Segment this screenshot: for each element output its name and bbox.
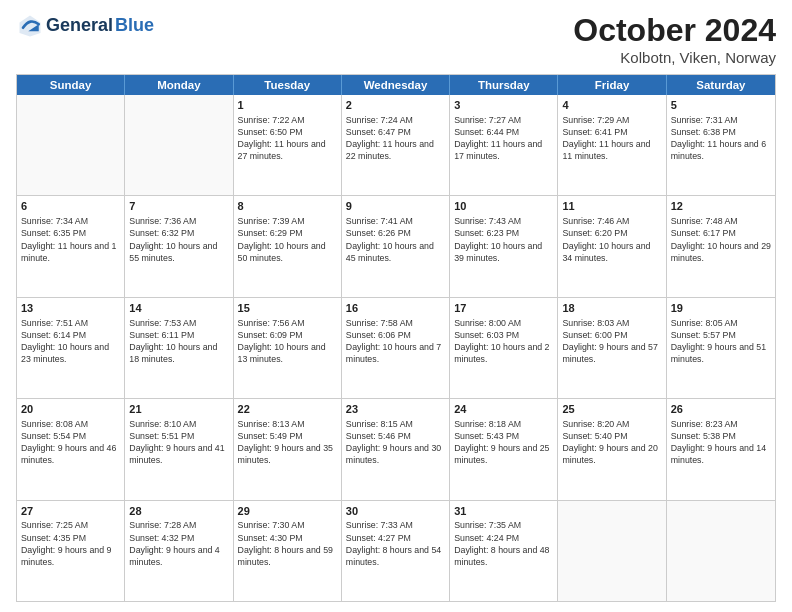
day-info-2: Sunrise: 7:24 AM Sunset: 6:47 PM Dayligh… <box>346 114 445 163</box>
day-info-31: Sunrise: 7:35 AM Sunset: 4:24 PM Dayligh… <box>454 519 553 568</box>
day-info-18: Sunrise: 8:03 AM Sunset: 6:00 PM Dayligh… <box>562 317 661 366</box>
day-number-14: 14 <box>129 301 228 316</box>
day-info-6: Sunrise: 7:34 AM Sunset: 6:35 PM Dayligh… <box>21 215 120 264</box>
weekday-header-thursday: Thursday <box>450 75 558 95</box>
day-number-31: 31 <box>454 504 553 519</box>
calendar-day-24: 24Sunrise: 8:18 AM Sunset: 5:43 PM Dayli… <box>450 399 558 499</box>
day-number-18: 18 <box>562 301 661 316</box>
calendar-day-12: 12Sunrise: 7:48 AM Sunset: 6:17 PM Dayli… <box>667 196 775 296</box>
calendar-day-27: 27Sunrise: 7:25 AM Sunset: 4:35 PM Dayli… <box>17 501 125 601</box>
day-info-8: Sunrise: 7:39 AM Sunset: 6:29 PM Dayligh… <box>238 215 337 264</box>
calendar-day-23: 23Sunrise: 8:15 AM Sunset: 5:46 PM Dayli… <box>342 399 450 499</box>
calendar-day-28: 28Sunrise: 7:28 AM Sunset: 4:32 PM Dayli… <box>125 501 233 601</box>
logo-text-block: General Blue <box>46 16 154 36</box>
calendar-empty-cell <box>17 95 125 195</box>
day-info-16: Sunrise: 7:58 AM Sunset: 6:06 PM Dayligh… <box>346 317 445 366</box>
day-info-22: Sunrise: 8:13 AM Sunset: 5:49 PM Dayligh… <box>238 418 337 467</box>
calendar-day-21: 21Sunrise: 8:10 AM Sunset: 5:51 PM Dayli… <box>125 399 233 499</box>
calendar-day-11: 11Sunrise: 7:46 AM Sunset: 6:20 PM Dayli… <box>558 196 666 296</box>
weekday-header-wednesday: Wednesday <box>342 75 450 95</box>
calendar-body: 1Sunrise: 7:22 AM Sunset: 6:50 PM Daylig… <box>17 95 775 601</box>
calendar-day-14: 14Sunrise: 7:53 AM Sunset: 6:11 PM Dayli… <box>125 298 233 398</box>
calendar-day-29: 29Sunrise: 7:30 AM Sunset: 4:30 PM Dayli… <box>234 501 342 601</box>
logo: General Blue <box>16 12 154 40</box>
day-info-5: Sunrise: 7:31 AM Sunset: 6:38 PM Dayligh… <box>671 114 771 163</box>
day-info-26: Sunrise: 8:23 AM Sunset: 5:38 PM Dayligh… <box>671 418 771 467</box>
calendar-day-19: 19Sunrise: 8:05 AM Sunset: 5:57 PM Dayli… <box>667 298 775 398</box>
day-number-29: 29 <box>238 504 337 519</box>
weekday-header-sunday: Sunday <box>17 75 125 95</box>
logo-blue: Blue <box>115 16 154 36</box>
day-info-10: Sunrise: 7:43 AM Sunset: 6:23 PM Dayligh… <box>454 215 553 264</box>
calendar-empty-cell <box>667 501 775 601</box>
calendar-empty-cell <box>125 95 233 195</box>
weekday-header-saturday: Saturday <box>667 75 775 95</box>
day-info-14: Sunrise: 7:53 AM Sunset: 6:11 PM Dayligh… <box>129 317 228 366</box>
day-number-24: 24 <box>454 402 553 417</box>
calendar-day-17: 17Sunrise: 8:00 AM Sunset: 6:03 PM Dayli… <box>450 298 558 398</box>
page-subtitle: Kolbotn, Viken, Norway <box>573 49 776 66</box>
title-block: October 2024 Kolbotn, Viken, Norway <box>573 12 776 66</box>
calendar-day-6: 6Sunrise: 7:34 AM Sunset: 6:35 PM Daylig… <box>17 196 125 296</box>
calendar-day-25: 25Sunrise: 8:20 AM Sunset: 5:40 PM Dayli… <box>558 399 666 499</box>
calendar-empty-cell <box>558 501 666 601</box>
day-number-20: 20 <box>21 402 120 417</box>
day-number-2: 2 <box>346 98 445 113</box>
calendar-day-20: 20Sunrise: 8:08 AM Sunset: 5:54 PM Dayli… <box>17 399 125 499</box>
calendar-row-1: 1Sunrise: 7:22 AM Sunset: 6:50 PM Daylig… <box>17 95 775 196</box>
weekday-header-tuesday: Tuesday <box>234 75 342 95</box>
weekday-header-friday: Friday <box>558 75 666 95</box>
day-number-5: 5 <box>671 98 771 113</box>
day-number-8: 8 <box>238 199 337 214</box>
calendar-row-5: 27Sunrise: 7:25 AM Sunset: 4:35 PM Dayli… <box>17 501 775 601</box>
logo-icon <box>16 12 44 40</box>
day-number-22: 22 <box>238 402 337 417</box>
day-number-11: 11 <box>562 199 661 214</box>
day-info-19: Sunrise: 8:05 AM Sunset: 5:57 PM Dayligh… <box>671 317 771 366</box>
day-number-1: 1 <box>238 98 337 113</box>
calendar-day-30: 30Sunrise: 7:33 AM Sunset: 4:27 PM Dayli… <box>342 501 450 601</box>
calendar-row-2: 6Sunrise: 7:34 AM Sunset: 6:35 PM Daylig… <box>17 196 775 297</box>
logo-general: General <box>46 16 113 36</box>
calendar-day-7: 7Sunrise: 7:36 AM Sunset: 6:32 PM Daylig… <box>125 196 233 296</box>
day-number-16: 16 <box>346 301 445 316</box>
day-info-20: Sunrise: 8:08 AM Sunset: 5:54 PM Dayligh… <box>21 418 120 467</box>
day-number-10: 10 <box>454 199 553 214</box>
calendar-day-5: 5Sunrise: 7:31 AM Sunset: 6:38 PM Daylig… <box>667 95 775 195</box>
day-number-30: 30 <box>346 504 445 519</box>
page: General Blue October 2024 Kolbotn, Viken… <box>0 0 792 612</box>
calendar-row-4: 20Sunrise: 8:08 AM Sunset: 5:54 PM Dayli… <box>17 399 775 500</box>
day-number-23: 23 <box>346 402 445 417</box>
day-info-28: Sunrise: 7:28 AM Sunset: 4:32 PM Dayligh… <box>129 519 228 568</box>
day-number-7: 7 <box>129 199 228 214</box>
calendar-day-8: 8Sunrise: 7:39 AM Sunset: 6:29 PM Daylig… <box>234 196 342 296</box>
day-number-19: 19 <box>671 301 771 316</box>
day-info-4: Sunrise: 7:29 AM Sunset: 6:41 PM Dayligh… <box>562 114 661 163</box>
day-info-21: Sunrise: 8:10 AM Sunset: 5:51 PM Dayligh… <box>129 418 228 467</box>
day-info-24: Sunrise: 8:18 AM Sunset: 5:43 PM Dayligh… <box>454 418 553 467</box>
day-number-13: 13 <box>21 301 120 316</box>
calendar-day-4: 4Sunrise: 7:29 AM Sunset: 6:41 PM Daylig… <box>558 95 666 195</box>
calendar: SundayMondayTuesdayWednesdayThursdayFrid… <box>16 74 776 602</box>
calendar-day-2: 2Sunrise: 7:24 AM Sunset: 6:47 PM Daylig… <box>342 95 450 195</box>
day-info-3: Sunrise: 7:27 AM Sunset: 6:44 PM Dayligh… <box>454 114 553 163</box>
calendar-day-31: 31Sunrise: 7:35 AM Sunset: 4:24 PM Dayli… <box>450 501 558 601</box>
day-number-12: 12 <box>671 199 771 214</box>
day-number-21: 21 <box>129 402 228 417</box>
day-info-29: Sunrise: 7:30 AM Sunset: 4:30 PM Dayligh… <box>238 519 337 568</box>
day-number-17: 17 <box>454 301 553 316</box>
calendar-day-10: 10Sunrise: 7:43 AM Sunset: 6:23 PM Dayli… <box>450 196 558 296</box>
calendar-day-26: 26Sunrise: 8:23 AM Sunset: 5:38 PM Dayli… <box>667 399 775 499</box>
calendar-day-1: 1Sunrise: 7:22 AM Sunset: 6:50 PM Daylig… <box>234 95 342 195</box>
day-info-15: Sunrise: 7:56 AM Sunset: 6:09 PM Dayligh… <box>238 317 337 366</box>
day-number-6: 6 <box>21 199 120 214</box>
day-number-15: 15 <box>238 301 337 316</box>
day-number-9: 9 <box>346 199 445 214</box>
day-number-26: 26 <box>671 402 771 417</box>
day-number-28: 28 <box>129 504 228 519</box>
day-info-9: Sunrise: 7:41 AM Sunset: 6:26 PM Dayligh… <box>346 215 445 264</box>
calendar-row-3: 13Sunrise: 7:51 AM Sunset: 6:14 PM Dayli… <box>17 298 775 399</box>
calendar-day-13: 13Sunrise: 7:51 AM Sunset: 6:14 PM Dayli… <box>17 298 125 398</box>
day-info-25: Sunrise: 8:20 AM Sunset: 5:40 PM Dayligh… <box>562 418 661 467</box>
day-info-17: Sunrise: 8:00 AM Sunset: 6:03 PM Dayligh… <box>454 317 553 366</box>
